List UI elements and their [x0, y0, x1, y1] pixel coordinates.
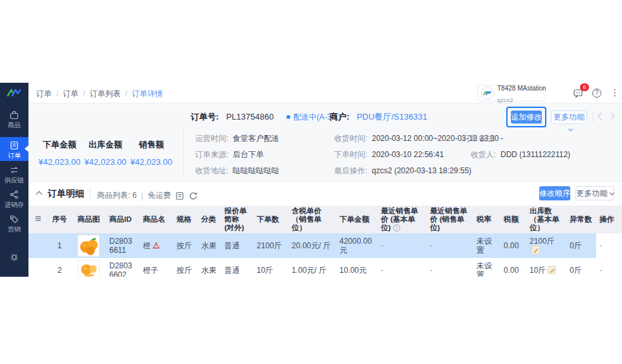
main-area: 订单订单订单列表订单详情 T8428 MAstation qzcs2	[28, 83, 622, 277]
col-recent-price-base: 最近销售单价 (基本单位)	[378, 206, 427, 233]
edit-out-qty-icon[interactable]	[548, 266, 556, 274]
col-recent-price-sale: 最近销售单价 (销售单位)	[427, 206, 473, 233]
cell-spec: 按斤	[173, 233, 198, 258]
sidebar-item-label: 订单	[0, 152, 28, 159]
sidebar-item-supply-chain[interactable]: 供应链	[0, 165, 28, 184]
breadcrumb-item[interactable]: 订单	[52, 89, 78, 98]
table-row[interactable]: 1 D	[28, 233, 622, 258]
cell-seq: 2	[48, 258, 71, 277]
chevron-down-icon	[568, 127, 572, 131]
user-name: T8428 MAstation	[497, 85, 546, 92]
collapse-chevron-icon[interactable]	[36, 191, 43, 198]
settings-gear-icon	[9, 252, 19, 262]
breadcrumb-item[interactable]: 订单列表	[78, 89, 120, 98]
col-unit-price: 含税单价（销售单位）	[288, 206, 336, 233]
product-list-info: 商品列表: 6 | 免运费	[97, 190, 198, 201]
status-dot-icon	[286, 115, 290, 119]
order-items-table: 序号 商品图 商品ID 商品名 规格 分类 报价单简称 (对外) 下单数 含税单…	[28, 206, 622, 277]
sidebar-item-label: 供应链	[0, 177, 28, 184]
table-row[interactable]: 2 D28036602	[28, 258, 622, 277]
product-image[interactable]	[78, 235, 100, 257]
cell-price: 20.00元/ 斤	[288, 233, 336, 258]
cell-amount: 42000.00元	[336, 233, 378, 258]
cell-product-name: 橙	[140, 233, 173, 258]
more-menu-button[interactable]: ⋮	[610, 86, 619, 99]
cell-operation: -	[596, 233, 622, 258]
cell-out-qty: 10斤	[526, 258, 566, 277]
breadcrumb-current: 订单详情	[121, 89, 163, 98]
help-tooltip-icon[interactable]	[393, 224, 400, 231]
help-button[interactable]: ?	[592, 89, 601, 98]
cell-tax-rate: 未设置	[473, 258, 500, 277]
cell-price: 1.00元/ 斤	[288, 258, 336, 277]
append-modify-button[interactable]: 追加修改	[511, 111, 542, 123]
breadcrumb-item[interactable]: 订单	[36, 89, 52, 98]
order-summary-panel: 下单金额 ¥42,023.00 出库金额 ¥42,023.00 销售额 ¥42,…	[28, 103, 622, 182]
order-stats: 下单金额 ¥42,023.00 出库金额 ¥42,023.00 销售额 ¥42,…	[38, 139, 173, 167]
sidebar-item-inventory[interactable]: 进销存	[0, 189, 28, 208]
cell-qty: 2100斤	[253, 233, 288, 258]
cell-operation: -	[596, 258, 622, 277]
col-out-qty: 出库数（基本单位）	[526, 206, 566, 233]
sidebar-item-label: 商品	[0, 122, 28, 129]
doc-list-icon[interactable]	[175, 191, 184, 200]
stat-sales-amount: 销售额 ¥42,023.00	[129, 139, 173, 167]
product-image[interactable]	[78, 259, 100, 277]
red-warning-triangle-icon[interactable]	[153, 242, 160, 251]
divider	[90, 188, 91, 198]
drag-sort-column-icon	[28, 206, 48, 233]
bag-icon	[9, 110, 19, 120]
col-product-name: 商品名	[140, 206, 173, 233]
cell-seq: 1	[48, 233, 71, 258]
sidebar-item-products[interactable]: 商品	[0, 110, 28, 129]
field-last-operation: 最后操作:qzcs2 (2020-03-13 18:29:55)	[330, 166, 471, 177]
next-order-button[interactable]	[607, 112, 614, 120]
sidebar-item-label: 进销存	[0, 201, 28, 208]
col-image: 商品图	[71, 206, 106, 233]
edit-out-qty-icon[interactable]	[531, 246, 540, 254]
app-viewport: 商品 订单 供应链 进销存 营销	[0, 83, 622, 277]
sidebar-item-marketing[interactable]: 营销	[0, 214, 28, 233]
supply-chain-icon	[9, 165, 19, 175]
cell-product-id: D28036602	[106, 258, 140, 277]
sidebar-item-label: 营销	[0, 226, 28, 233]
refresh-icon[interactable]	[189, 191, 198, 200]
cell-abnormal: 0斤	[566, 258, 596, 277]
detail-header: 订单明细 商品列表: 6 | 免运费	[28, 182, 622, 206]
col-quote-name: 报价单简称 (对外)	[221, 206, 253, 233]
cell-tax: 0.00	[500, 258, 526, 277]
app-logo-icon[interactable]	[6, 87, 23, 98]
col-tax-rate: 税率	[473, 206, 500, 233]
merchant-link[interactable]: PDU餐厅/S136331	[357, 112, 427, 122]
cell-recent-base: -	[378, 258, 427, 277]
table-header-row: 序号 商品图 商品ID 商品名 规格 分类 报价单简称 (对外) 下单数 含税单…	[28, 206, 622, 233]
modify-sequence-button[interactable]: 修改顺序	[539, 186, 570, 200]
user-subtitle: qzcs2	[497, 96, 513, 103]
cell-quote: 普通	[221, 258, 253, 277]
topbar: 订单订单订单列表订单详情 T8428 MAstation qzcs2	[28, 83, 622, 103]
sidebar-item-settings[interactable]	[0, 252, 28, 262]
cell-amount: 10.00元	[336, 258, 378, 277]
cell-category: 水果	[198, 258, 221, 277]
stat-outbound-amount: 出库金额 ¥42,023.00	[83, 139, 127, 167]
stat-order-amount: 下单金额 ¥42,023.00	[38, 139, 81, 167]
field-operation-time: 运营时间:食堂客户配送	[191, 133, 279, 144]
detail-more-functions-button[interactable]: 更多功能	[575, 186, 614, 200]
sidebar: 商品 订单 供应链 进销存 营销	[0, 83, 28, 277]
cell-product-id: D28036611	[106, 233, 140, 258]
cell-tax-rate: 未设置	[473, 233, 500, 258]
prev-order-button[interactable]	[597, 112, 605, 120]
merchant-label: 商户:	[330, 112, 349, 122]
field-order-remark: 订单备注:-	[461, 133, 503, 144]
cell-category: 水果	[198, 233, 221, 258]
col-order-amount: 下单金额	[336, 206, 378, 233]
user-menu[interactable]: T8428 MAstation qzcs2	[477, 85, 544, 102]
more-functions-button[interactable]: 更多功能	[551, 111, 587, 124]
vertical-divider	[183, 127, 184, 175]
col-order-qty: 下单数	[253, 206, 288, 233]
cell-recent-sale: -	[427, 233, 473, 258]
field-order-source: 订单来源:后台下单	[191, 149, 264, 160]
field-order-time: 下单时间:2020-03-10 22:56:41	[330, 149, 444, 160]
breadcrumb: 订单订单订单列表订单详情	[36, 89, 163, 100]
share-nodes-icon	[9, 189, 19, 200]
